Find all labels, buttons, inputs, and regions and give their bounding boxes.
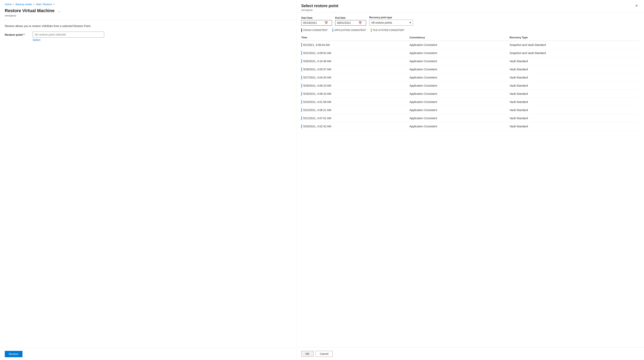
cell-time: 5/31/2021, 4:09:52 AM	[301, 49, 410, 57]
legend-bar	[301, 28, 302, 32]
restore-points-table-container[interactable]: Time Consistency Recovery Type 6/1/2021,…	[296, 34, 644, 348]
time-value: 5/24/2021, 4:01:58 AM	[303, 100, 331, 103]
cell-consistency: Application Consistent	[410, 57, 510, 65]
breadcrumb: Home > Backup center > Start: Restore >	[0, 0, 296, 7]
cell-consistency: Application Consistent	[410, 122, 510, 130]
recovery-type-wrap: All restore points Application Consisten…	[369, 20, 413, 26]
dialog-title-group: Select restore point winsqlsea	[301, 3, 338, 11]
legend-label: APPLICATION CONSISTENT	[334, 29, 366, 31]
time-value: 5/25/2021, 4:08:19 AM	[303, 92, 331, 95]
table-row[interactable]: 6/1/2021, 4:06:04 AM Application Consist…	[301, 41, 639, 49]
cell-time: 5/26/2021, 4:06:23 AM	[301, 82, 410, 90]
page-title: Restore Virtual Machine	[5, 8, 54, 13]
cell-consistency: Application Consistent	[410, 106, 510, 114]
cell-recovery-type: Vault-Standard	[510, 90, 639, 98]
table-row[interactable]: 5/30/2021, 4:10:46 AM Application Consis…	[301, 57, 639, 65]
start-date-input[interactable]	[303, 21, 323, 24]
breadcrumb-sep1: >	[13, 3, 14, 6]
select-restore-point-dialog: Select restore point winsqlsea ✕ Start D…	[296, 0, 644, 360]
row-indicator-bar	[301, 59, 302, 63]
dialog-header: Select restore point winsqlsea ✕	[296, 0, 644, 13]
description-text: Restore allows you to restore VM/disks f…	[5, 24, 292, 28]
legend-bar	[332, 28, 333, 32]
restore-button[interactable]: Restore	[5, 351, 22, 357]
time-value: 5/31/2021, 4:09:52 AM	[303, 51, 331, 55]
cell-recovery-type: Vault-Standard	[510, 65, 639, 73]
cell-consistency: Application Consistent	[410, 49, 510, 57]
time-value: 5/27/2021, 4:04:20 AM	[303, 76, 331, 79]
restore-point-input[interactable]	[32, 31, 104, 37]
time-value: 5/20/2021, 4:02:42 AM	[303, 125, 331, 128]
cell-consistency: Application Consistent	[410, 90, 510, 98]
start-date-input-wrap[interactable]: 📅	[301, 20, 332, 26]
legend-label: FILE-SYSTEM CONSISTENT	[373, 29, 404, 31]
cell-consistency: Application Consistent	[410, 65, 510, 73]
row-indicator-bar	[301, 51, 302, 55]
end-date-calendar-icon[interactable]: 📅	[358, 21, 362, 24]
restore-point-label: Restore point *	[5, 31, 29, 36]
time-value: 6/1/2021, 4:06:04 AM	[303, 43, 330, 46]
vm-name-label: winsqlsea	[0, 14, 296, 20]
end-date-input-wrap[interactable]: 📅	[335, 20, 366, 26]
table-row[interactable]: 5/25/2021, 4:08:19 AM Application Consis…	[301, 90, 639, 98]
breadcrumb-sep2: >	[33, 3, 35, 6]
time-value: 5/22/2021, 4:06:21 AM	[303, 108, 331, 112]
cell-time: 5/20/2021, 4:02:42 AM	[301, 122, 410, 130]
table-row[interactable]: 5/26/2021, 4:06:23 AM Application Consis…	[301, 82, 639, 90]
breadcrumb-sep3: >	[53, 3, 55, 6]
table-row[interactable]: 5/24/2021, 4:01:58 AM Application Consis…	[301, 98, 639, 106]
cell-time: 5/28/2021, 4:05:57 AM	[301, 65, 410, 73]
start-date-group: Start Date 📅	[301, 16, 332, 26]
cell-consistency: Application Consistent	[410, 73, 510, 82]
row-indicator-bar	[301, 116, 302, 120]
row-indicator-bar	[301, 108, 302, 112]
restore-point-field: Select	[32, 31, 292, 41]
start-date-calendar-icon[interactable]: 📅	[324, 21, 328, 24]
close-button[interactable]: ✕	[634, 3, 639, 8]
dialog-footer: OK Cancel	[296, 348, 644, 360]
table-row[interactable]: 5/28/2021, 4:05:57 AM Application Consis…	[301, 65, 639, 73]
time-value: 5/30/2021, 4:10:46 AM	[303, 60, 331, 63]
cell-consistency: Application Consistent	[410, 41, 510, 49]
row-indicator-bar	[301, 84, 302, 88]
breadcrumb-home[interactable]: Home	[5, 3, 12, 6]
cell-time: 5/25/2021, 4:08:19 AM	[301, 90, 410, 98]
legend-item: FILE-SYSTEM CONSISTENT	[371, 28, 404, 32]
page-title-row: Restore Virtual Machine ...	[0, 7, 296, 14]
breadcrumb-backup-center[interactable]: Backup center	[16, 3, 32, 6]
legend-bar	[371, 28, 372, 32]
row-indicator-bar	[301, 43, 302, 47]
bottom-bar: Restore	[0, 348, 296, 360]
end-date-input[interactable]	[337, 21, 357, 24]
table-row[interactable]: 5/31/2021, 4:09:52 AM Application Consis…	[301, 49, 639, 57]
ellipsis-button[interactable]: ...	[56, 8, 62, 13]
row-indicator-bar	[301, 100, 302, 104]
table-row[interactable]: 5/22/2021, 4:06:21 AM Application Consis…	[301, 106, 639, 114]
row-indicator-bar	[301, 67, 302, 71]
recovery-type-select[interactable]: All restore points Application Consisten…	[369, 20, 413, 26]
cell-recovery-type: Vault-Standard	[510, 106, 639, 114]
cell-recovery-type: Vault-Standard	[510, 82, 639, 90]
cell-time: 5/30/2021, 4:10:46 AM	[301, 57, 410, 65]
table-row[interactable]: 5/21/2021, 4:07:01 AM Application Consis…	[301, 114, 639, 122]
table-row[interactable]: 5/20/2021, 4:02:42 AM Application Consis…	[301, 122, 639, 130]
legend-label: CRASH CONSISTENT	[303, 29, 328, 31]
recovery-type-group: Recovery point type All restore points A…	[369, 16, 413, 26]
col-header-time: Time	[301, 34, 410, 41]
cell-recovery-type: Vault-Standard	[510, 73, 639, 82]
cell-time: 5/27/2021, 4:04:20 AM	[301, 73, 410, 82]
cell-recovery-type: Snapshot and Vault-Standard	[510, 41, 639, 49]
cancel-button[interactable]: Cancel	[316, 351, 333, 357]
cell-time: 5/22/2021, 4:06:21 AM	[301, 106, 410, 114]
breadcrumb-start-restore[interactable]: Start: Restore	[36, 3, 52, 6]
cell-consistency: Application Consistent	[410, 98, 510, 106]
select-link[interactable]: Select	[32, 38, 292, 41]
end-date-label: End Date	[335, 16, 366, 19]
cell-recovery-type: Snapshot and Vault-Standard	[510, 49, 639, 57]
row-indicator-bar	[301, 75, 302, 79]
table-row[interactable]: 5/27/2021, 4:04:20 AM Application Consis…	[301, 73, 639, 82]
ok-button[interactable]: OK	[301, 351, 314, 357]
cell-recovery-type: Vault-Standard	[510, 122, 639, 130]
dialog-filters: Start Date 📅 End Date 📅 Recovery point t…	[296, 13, 644, 28]
dialog-title: Select restore point	[301, 3, 338, 8]
